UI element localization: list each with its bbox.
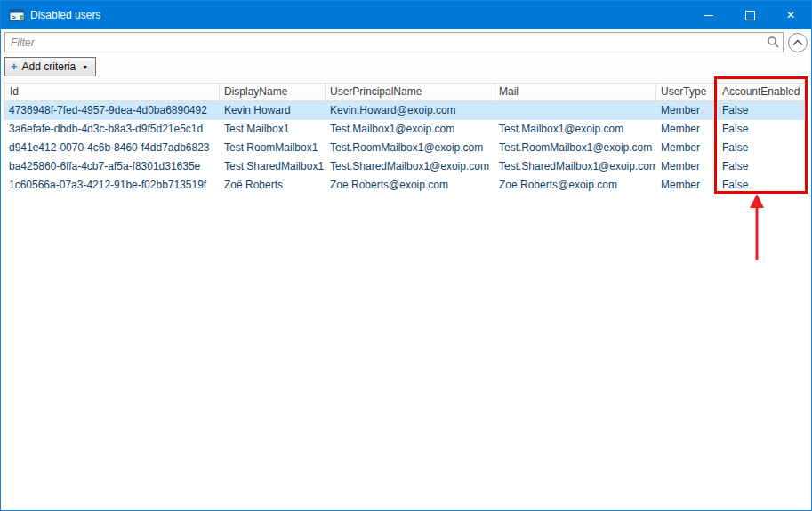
svg-text:>_: >_: [12, 13, 20, 21]
grid-header-row: IdDisplayNameUserPrincipalNameMailUserTy…: [4, 83, 808, 101]
cell-userType: Member: [656, 101, 718, 120]
app-icon: >_: [9, 7, 25, 23]
cell-displayName: Test Mailbox1: [220, 120, 326, 139]
criteria-row: + Add criteria ▼: [1, 54, 811, 83]
table-row[interactable]: 4736948f-7fed-4957-9dea-4d0ba6890492Kevi…: [4, 101, 806, 120]
app-window: >_ Disabled users ✕ + Add criteria: [0, 0, 812, 511]
cell-mail: [494, 101, 656, 120]
cell-userPrincipalName: Kevin.Howard@exoip.com: [326, 101, 494, 120]
cell-id: 1c60566a-07a3-4212-91be-f02bb713519f: [4, 176, 220, 195]
cell-id: 3a6efafe-dbdb-4d3c-b8a3-d9f5d21e5c1d: [4, 120, 220, 139]
filter-row: [1, 29, 811, 54]
chevron-up-icon: [792, 39, 803, 46]
cell-userType: Member: [656, 157, 718, 176]
table-row[interactable]: ba425860-6ffa-4cb7-af5a-f8301d31635eTest…: [4, 157, 806, 176]
cell-mail: Test.RoomMailbox1@exoip.com: [494, 139, 656, 157]
close-icon: ✕: [786, 9, 795, 21]
titlebar: >_ Disabled users ✕: [1, 1, 811, 29]
column-header-displayName[interactable]: DisplayName: [220, 83, 326, 101]
column-header-filler: [806, 83, 808, 101]
column-header-userType[interactable]: UserType: [656, 83, 718, 101]
cell-userPrincipalName: Test.Mailbox1@exoip.com: [326, 120, 494, 139]
cell-id: d941e412-0070-4c6b-8460-f4dd7adb6823: [4, 139, 220, 157]
maximize-icon: [745, 11, 755, 20]
cell-userType: Member: [656, 176, 718, 195]
cell-accountEnabled: False: [718, 120, 806, 139]
cell-displayName: Test SharedMailbox1: [220, 157, 326, 176]
cell-displayName: Kevin Howard: [220, 101, 326, 120]
cell-mail: Test.SharedMailbox1@exoip.com: [494, 157, 656, 176]
cell-accountEnabled: False: [718, 176, 806, 195]
cell-id: ba425860-6ffa-4cb7-af5a-f8301d31635e: [4, 157, 220, 176]
cell-accountEnabled: False: [718, 101, 806, 120]
collapse-criteria-button[interactable]: [788, 33, 808, 52]
chevron-down-icon: ▼: [82, 64, 88, 70]
table-row[interactable]: 1c60566a-07a3-4212-91be-f02bb713519fZoë …: [4, 176, 806, 195]
close-button[interactable]: ✕: [770, 1, 811, 29]
filter-input[interactable]: [4, 32, 784, 52]
cell-displayName: Test RoomMailbox1: [220, 139, 326, 157]
column-header-mail[interactable]: Mail: [494, 83, 656, 101]
add-criteria-label: Add criteria: [22, 60, 76, 73]
cell-id: 4736948f-7fed-4957-9dea-4d0ba6890492: [4, 101, 220, 120]
cell-mail: Test.Mailbox1@exoip.com: [494, 120, 656, 139]
cell-userType: Member: [656, 139, 718, 157]
minimize-button[interactable]: [688, 1, 729, 29]
table-row[interactable]: 3a6efafe-dbdb-4d3c-b8a3-d9f5d21e5c1dTest…: [4, 120, 806, 139]
column-header-id[interactable]: Id: [4, 83, 220, 101]
cell-userPrincipalName: Test.RoomMailbox1@exoip.com: [326, 139, 494, 157]
cell-accountEnabled: False: [718, 157, 806, 176]
maximize-button[interactable]: [729, 1, 770, 29]
minimize-icon: [704, 15, 713, 16]
column-header-accountEnabled[interactable]: AccountEnabled: [718, 83, 806, 101]
add-criteria-button[interactable]: + Add criteria ▼: [4, 57, 96, 76]
cell-userType: Member: [656, 120, 718, 139]
results-grid: IdDisplayNameUserPrincipalNameMailUserTy…: [4, 83, 808, 507]
grid-body: 4736948f-7fed-4957-9dea-4d0ba6890492Kevi…: [4, 101, 808, 195]
cell-userPrincipalName: Zoe.Roberts@exoip.com: [326, 176, 494, 195]
cell-accountEnabled: False: [718, 139, 806, 157]
table-row[interactable]: d941e412-0070-4c6b-8460-f4dd7adb6823Test…: [4, 139, 806, 157]
window-title: Disabled users: [30, 9, 688, 21]
column-header-userPrincipalName[interactable]: UserPrincipalName: [326, 83, 494, 101]
plus-icon: +: [11, 62, 18, 71]
cell-userPrincipalName: Test.SharedMailbox1@exoip.com: [326, 157, 494, 176]
cell-displayName: Zoë Roberts: [220, 176, 326, 195]
cell-mail: Zoe.Roberts@exoip.com: [494, 176, 656, 195]
